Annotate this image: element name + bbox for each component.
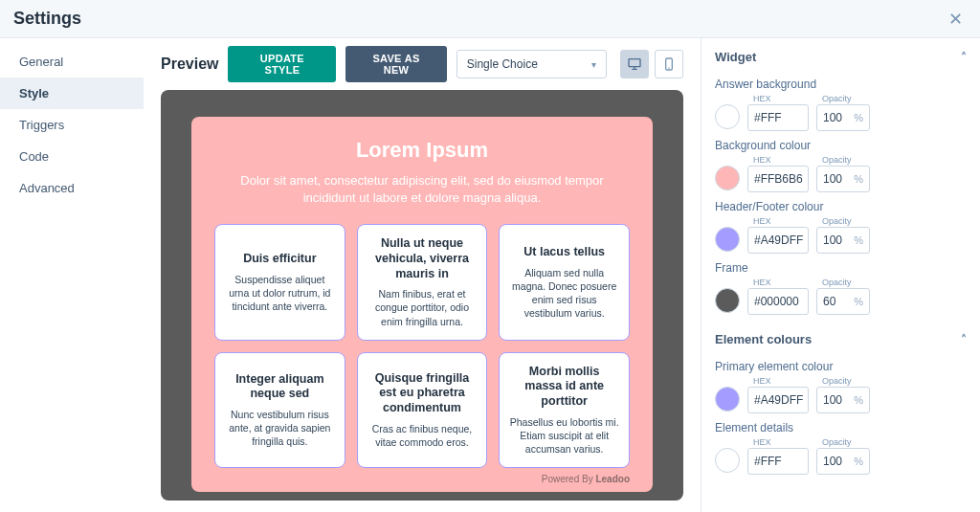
opacity-input[interactable]: 100 % — [816, 166, 870, 192]
color-swatch[interactable] — [715, 104, 740, 129]
device-mobile-button[interactable] — [655, 50, 683, 78]
answer-desc: Cras ac finibus neque, vitae commodo ero… — [368, 422, 478, 449]
sidebar-item-advanced[interactable]: Advanced — [0, 172, 144, 204]
page-title: Settings — [13, 9, 81, 29]
sidebar-item-code[interactable]: Code — [0, 141, 144, 172]
hex-label: HEX — [747, 278, 809, 287]
hex-input[interactable]: #FFB6B6 — [747, 166, 809, 192]
svg-rect-0 — [629, 59, 640, 67]
hex-input[interactable]: #A49DFF — [747, 387, 809, 413]
hex-input[interactable]: #FFF — [747, 448, 809, 475]
opacity-label: Opacity — [816, 278, 870, 287]
answer-title: Morbi mollis massa id ante porttitor — [509, 365, 619, 410]
opacity-label: Opacity — [816, 155, 870, 165]
opacity-input[interactable]: 100 % — [816, 387, 870, 413]
answer-title: Integer aliquam neque sed — [225, 372, 335, 402]
powered-by: Powered By Leadoo — [214, 474, 630, 484]
answer-title: Quisque fringilla est eu pharetra condim… — [368, 371, 478, 416]
sidebar-item-general[interactable]: General — [0, 46, 144, 78]
preview-widget: Lorem Ipsum Dolor sit amet, consectetur … — [191, 117, 653, 492]
section-title: Widget — [715, 50, 756, 64]
answer-title: Ut lacus tellus — [509, 245, 619, 260]
answer-card[interactable]: Ut lacus tellus Aliquam sed nulla magna.… — [499, 224, 630, 340]
chevron-up-icon: ˄ — [961, 51, 967, 64]
answer-desc: Suspendisse aliquet urna ut dolor rutrum… — [225, 273, 335, 314]
field-label: Answer background — [715, 78, 967, 91]
hex-label: HEX — [747, 376, 809, 386]
widget-title: Lorem Ipsum — [214, 138, 630, 163]
widget-subtitle: Dolor sit amet, consectetur adipiscing e… — [214, 172, 630, 207]
opacity-input[interactable]: 100 % — [816, 104, 870, 131]
chevron-up-icon: ˄ — [961, 333, 967, 346]
answer-title: Nulla ut neque vehicula, viverra mauris … — [368, 236, 478, 281]
opacity-label: Opacity — [816, 437, 870, 447]
color-swatch[interactable] — [715, 288, 740, 313]
answer-desc: Phasellus eu lobortis mi. Etiam suscipit… — [509, 415, 619, 456]
svg-point-2 — [668, 67, 669, 68]
hex-label: HEX — [747, 94, 809, 103]
question-type-select[interactable]: Single Choice ▾ — [457, 50, 607, 78]
properties-panel: Widget ˄ Answer background HEX #FFF Opac… — [701, 38, 980, 512]
color-swatch[interactable] — [715, 448, 740, 473]
sidebar-item-triggers[interactable]: Triggers — [0, 109, 144, 141]
field-label: Frame — [715, 261, 967, 275]
answer-desc: Nam finibus, erat et congue porttitor, o… — [368, 287, 478, 328]
field-label: Background colour — [715, 139, 967, 152]
opacity-label: Opacity — [816, 94, 870, 103]
answer-card[interactable]: Nulla ut neque vehicula, viverra mauris … — [357, 224, 488, 340]
field-label: Element details — [715, 421, 967, 434]
hex-label: HEX — [747, 155, 809, 165]
preview-frame: Lorem Ipsum Dolor sit amet, consectetur … — [161, 90, 683, 501]
answer-desc: Nunc vestibulum risus ante, at gravida s… — [225, 408, 335, 449]
answer-card[interactable]: Morbi mollis massa id ante porttitor Pha… — [499, 352, 630, 468]
answer-card[interactable]: Quisque fringilla est eu pharetra condim… — [357, 352, 488, 468]
hex-label: HEX — [747, 216, 809, 226]
answer-grid: Duis efficitur Suspendisse aliquet urna … — [214, 224, 630, 468]
hex-input[interactable]: #A49DFF — [747, 227, 809, 254]
desktop-icon — [627, 56, 642, 72]
opacity-input[interactable]: 100 % — [816, 448, 870, 475]
section-title: Element colours — [715, 332, 812, 346]
answer-title: Duis efficitur — [225, 252, 335, 267]
answer-card[interactable]: Integer aliquam neque sed Nunc vestibulu… — [214, 352, 345, 468]
settings-sidebar: General Style Triggers Code Advanced — [0, 38, 144, 512]
section-widget[interactable]: Widget ˄ — [715, 44, 967, 70]
opacity-label: Opacity — [816, 376, 870, 386]
section-element-colours[interactable]: Element colours ˄ — [715, 326, 967, 352]
sidebar-item-style[interactable]: Style — [0, 78, 144, 109]
close-icon[interactable]: ✕ — [945, 5, 967, 33]
chevron-down-icon: ▾ — [591, 59, 596, 70]
hex-input[interactable]: #000000 — [747, 288, 809, 315]
color-swatch[interactable] — [715, 227, 740, 252]
hex-label: HEX — [747, 437, 809, 447]
field-label: Header/Footer colour — [715, 200, 967, 213]
mobile-icon — [661, 56, 677, 72]
select-value: Single Choice — [467, 57, 538, 71]
title-bar: Settings ✕ — [0, 0, 980, 38]
hex-input[interactable]: #FFF — [747, 104, 809, 131]
opacity-label: Opacity — [816, 216, 870, 226]
field-label: Primary element colour — [715, 360, 967, 373]
device-desktop-button[interactable] — [620, 50, 649, 78]
color-swatch[interactable] — [715, 166, 740, 190]
answer-desc: Aliquam sed nulla magna. Donec posuere e… — [509, 266, 619, 321]
save-as-new-button[interactable]: SAVE AS NEW — [345, 46, 447, 82]
update-style-button[interactable]: UPDATE STYLE — [228, 46, 336, 82]
opacity-input[interactable]: 60 % — [816, 288, 870, 315]
color-swatch[interactable] — [715, 387, 740, 412]
preview-heading: Preview — [161, 56, 218, 73]
answer-card[interactable]: Duis efficitur Suspendisse aliquet urna … — [214, 224, 345, 340]
opacity-input[interactable]: 100 % — [816, 227, 870, 254]
